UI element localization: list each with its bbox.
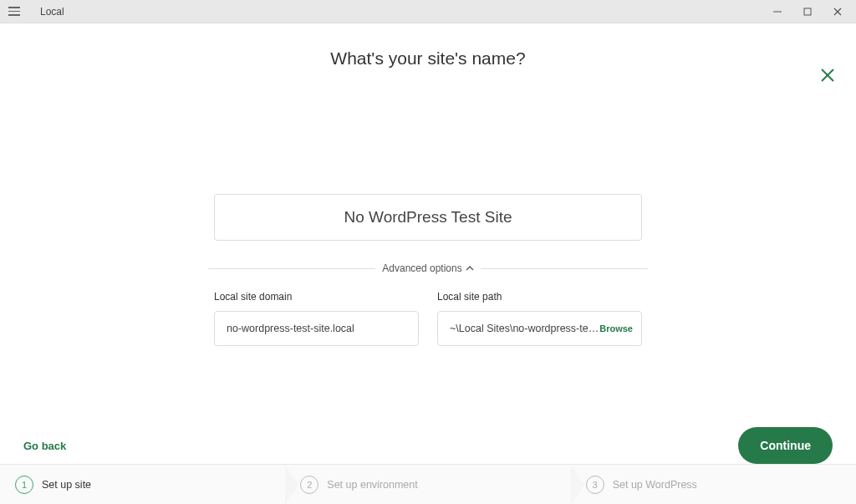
domain-input[interactable] — [214, 311, 419, 346]
site-name-input[interactable] — [214, 194, 642, 241]
step-1: 1 Set up site — [0, 465, 285, 504]
minimize-button[interactable] — [762, 2, 792, 22]
window-title: Local — [40, 6, 762, 18]
divider — [208, 268, 375, 269]
continue-button[interactable]: Continue — [738, 427, 833, 464]
close-icon[interactable] — [819, 67, 836, 87]
step-3: 3 Set up WordPress — [571, 465, 856, 504]
path-text: ~\Local Sites\no-wordpress-test-... — [450, 323, 599, 334]
divider — [481, 268, 648, 269]
step-label: Set up environment — [327, 479, 417, 491]
close-window-button[interactable] — [823, 2, 853, 22]
step-label: Set up WordPress — [613, 479, 697, 491]
advanced-fields: Local site domain Local site path ~\Loca… — [0, 291, 856, 346]
svg-rect-1 — [804, 8, 811, 15]
maximize-button[interactable] — [792, 2, 823, 22]
domain-field: Local site domain — [214, 291, 419, 346]
chevron-up-icon — [466, 264, 474, 272]
step-number: 3 — [586, 476, 604, 494]
title-bar: Local — [0, 0, 856, 23]
step-number: 2 — [300, 476, 318, 494]
path-field: Local site path ~\Local Sites\no-wordpre… — [437, 291, 642, 346]
page-heading: What's your site's name? — [0, 48, 856, 69]
menu-icon[interactable] — [8, 3, 25, 20]
advanced-options-toggle[interactable]: Advanced options — [0, 262, 856, 274]
footer-actions: Go back Continue — [0, 427, 856, 464]
window-controls — [762, 2, 853, 22]
step-number: 1 — [15, 476, 33, 494]
go-back-button[interactable]: Go back — [23, 440, 66, 452]
browse-button[interactable]: Browse — [599, 323, 633, 333]
steps-bar: 1 Set up site 2 Set up environment 3 Set… — [0, 464, 856, 504]
step-label: Set up site — [42, 479, 91, 491]
domain-field-label: Local site domain — [214, 291, 419, 303]
main-content: What's your site's name? Advanced option… — [0, 48, 856, 480]
path-field-label: Local site path — [437, 291, 642, 303]
path-input-wrapper: ~\Local Sites\no-wordpress-test-... Brow… — [437, 311, 642, 346]
advanced-options-label: Advanced options — [382, 262, 461, 274]
step-2: 2 Set up environment — [285, 465, 570, 504]
